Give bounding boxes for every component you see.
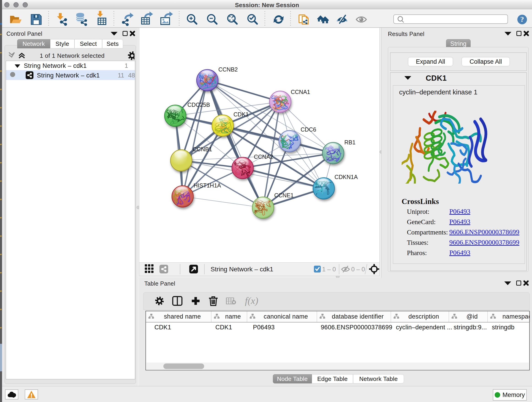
svg-text:CCNE1: CCNE1 xyxy=(274,192,294,198)
svg-text:?: ? xyxy=(520,15,524,23)
svg-text:HIST1H1A: HIST1H1A xyxy=(194,182,221,189)
svg-text:CCNB2: CCNB2 xyxy=(218,66,238,73)
svg-text:String Network – cdk1: String Network – cdk1 xyxy=(210,266,273,273)
svg-text:1 of 1 Network selected: 1 of 1 Network selected xyxy=(40,52,104,59)
svg-text:CDC6: CDC6 xyxy=(301,126,316,133)
svg-text:RB1: RB1 xyxy=(344,139,355,146)
svg-text:CCNA1: CCNA1 xyxy=(291,89,310,95)
svg-text:CCNB1: CCNB1 xyxy=(193,146,212,153)
svg-text:CDK1: CDK1 xyxy=(234,111,249,118)
svg-text:1 – 0: 1 – 0 xyxy=(322,266,336,273)
svg-text:CCNA2: CCNA2 xyxy=(254,153,273,160)
svg-text:CDC25B: CDC25B xyxy=(187,102,210,108)
svg-text:0 – 0: 0 – 0 xyxy=(351,266,365,273)
svg-text:f(x): f(x) xyxy=(245,295,258,306)
svg-text:CDKN1A: CDKN1A xyxy=(335,174,358,180)
